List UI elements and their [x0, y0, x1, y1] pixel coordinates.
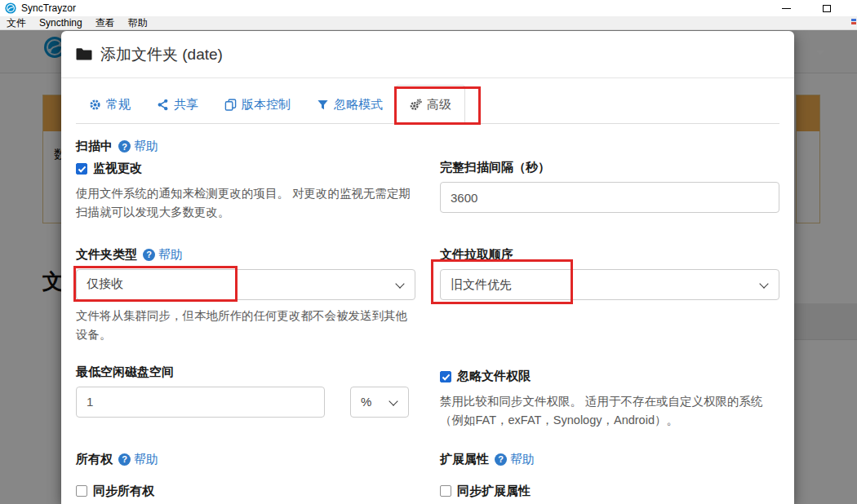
ownership-help-link[interactable]: ? 帮助 — [118, 452, 158, 467]
annotation-box-folder-type — [73, 266, 238, 302]
gear-icon — [89, 99, 101, 111]
menu-syncthing[interactable]: Syncthing — [34, 17, 87, 29]
chevron-down-icon — [389, 396, 397, 405]
ignore-permissions-desc: 禁用比较和同步文件权限。 适用于不存在或自定义权限的系统（例如FAT，exFAT… — [440, 392, 779, 431]
question-circle-icon: ? — [143, 249, 155, 261]
synctrayzor-app-icon — [5, 2, 16, 14]
ownership-heading: 所有权 ? 帮助 — [76, 452, 415, 467]
tab-label: 共享 — [174, 97, 198, 113]
ignore-permissions-checkbox-row[interactable]: 忽略文件权限 — [440, 369, 779, 384]
scanning-help-link[interactable]: ? 帮助 — [118, 139, 158, 154]
tab-label: 常规 — [106, 97, 131, 113]
tab-general[interactable]: 常规 — [76, 85, 144, 124]
folder-type-label: 文件夹类型 ? 帮助 — [76, 247, 415, 263]
tab-sharing[interactable]: 共享 — [144, 85, 211, 124]
checkbox-checked-icon[interactable] — [440, 371, 451, 382]
question-circle-icon: ? — [495, 453, 507, 466]
min-disk-label: 最低空闲磁盘空间 — [76, 365, 415, 380]
question-circle-icon: ? — [118, 140, 131, 153]
sync-xattr-label: 同步扩展属性 — [457, 484, 531, 499]
sync-xattr-checkbox-row[interactable]: 同步扩展属性 — [440, 484, 779, 499]
right-column: 完整扫描间隔（秒） 文件拉取顺序 旧文件优先 忽略文件权限 禁用比较和同步文件权… — [440, 132, 779, 499]
min-disk-input[interactable] — [76, 387, 325, 418]
dialog-header: 添加文件夹 (date) — [61, 31, 794, 78]
tab-label: 忽略模式 — [334, 97, 383, 113]
min-disk-unit-select[interactable]: % — [350, 387, 409, 418]
folder-icon — [75, 46, 93, 63]
filter-icon — [317, 99, 329, 111]
titlebar: SyncTrayzor ❙ — [0, 0, 857, 16]
xattr-help-link[interactable]: ? 帮助 — [495, 452, 535, 467]
chevron-down-icon — [395, 279, 404, 288]
rescan-interval-input[interactable] — [440, 182, 779, 213]
dialog-body: 扫描中 ? 帮助 监视更改 使用文件系统的通知来检测更改的项目。 对更改的监视无… — [76, 132, 779, 499]
tab-ignore-patterns[interactable]: 忽略模式 — [304, 85, 396, 124]
maximize-button[interactable] — [815, 0, 839, 16]
menu-view[interactable]: 查看 — [91, 16, 120, 30]
window-title: SyncTrayzor — [21, 2, 76, 14]
annotation-box-advanced-tab — [394, 86, 481, 125]
left-column: 扫描中 ? 帮助 监视更改 使用文件系统的通知来检测更改的项目。 对更改的监视无… — [76, 132, 415, 499]
checkbox-unchecked-icon[interactable] — [440, 485, 451, 497]
watch-changes-label: 监视更改 — [93, 161, 142, 176]
rescan-interval-label: 完整扫描间隔（秒） — [440, 160, 779, 175]
sync-ownership-checkbox-row[interactable]: 同步所有权 — [76, 484, 415, 499]
tab-versioning[interactable]: 版本控制 — [211, 85, 304, 124]
menu-file[interactable]: 文件 — [2, 16, 31, 30]
menu-help[interactable]: 帮助 — [123, 16, 153, 30]
tab-label: 版本控制 — [242, 97, 291, 113]
sync-ownership-label: 同步所有权 — [93, 484, 154, 499]
menubar: 文件 Syncthing 查看 帮助 — [0, 16, 857, 30]
min-disk-row: % — [76, 387, 415, 418]
folder-type-help-link[interactable]: ? 帮助 — [143, 247, 183, 263]
copy-icon — [224, 99, 237, 111]
minimize-button[interactable] — [774, 0, 798, 16]
tray-status-icon — [851, 19, 856, 28]
share-icon — [157, 99, 169, 111]
scanning-heading: 扫描中 ? 帮助 — [76, 139, 415, 154]
close-button[interactable]: ❙ — [851, 0, 857, 16]
folder-type-desc: 文件将从集群同步，但本地所作的任何更改都不会被发送到其他设备。 — [76, 307, 415, 345]
watch-changes-checkbox-row[interactable]: 监视更改 — [76, 161, 415, 176]
question-circle-icon: ? — [118, 453, 131, 466]
ignore-permissions-label: 忽略文件权限 — [457, 369, 531, 384]
annotation-box-pull-order — [431, 259, 573, 304]
dialog-title: 添加文件夹 (date) — [100, 44, 223, 65]
watch-changes-desc: 使用文件系统的通知来检测更改的项目。 对更改的监视无需定期扫描就可以发现大多数更… — [76, 184, 415, 223]
checkbox-checked-icon[interactable] — [76, 163, 87, 175]
checkbox-unchecked-icon[interactable] — [76, 485, 87, 497]
chevron-down-icon — [759, 279, 768, 288]
xattr-heading: 扩展属性 ? 帮助 — [440, 452, 779, 467]
